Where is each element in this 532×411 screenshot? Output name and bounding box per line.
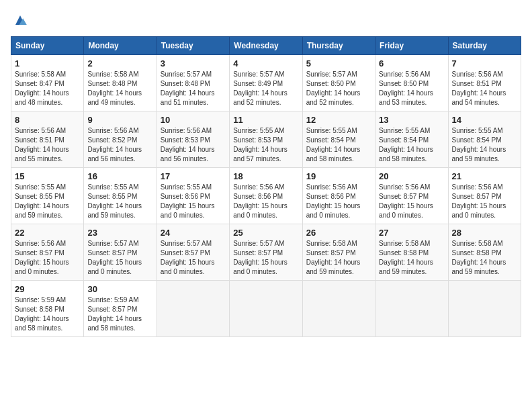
calendar-cell: 25Sunrise: 5:57 AMSunset: 8:57 PMDayligh… bbox=[230, 224, 302, 281]
week-row-5: 29Sunrise: 5:59 AMSunset: 8:58 PMDayligh… bbox=[11, 281, 521, 337]
calendar-cell: 6Sunrise: 5:56 AMSunset: 8:50 PMDaylight… bbox=[375, 55, 448, 111]
calendar-cell: 8Sunrise: 5:56 AMSunset: 8:51 PMDaylight… bbox=[11, 111, 84, 168]
day-info: Sunrise: 5:56 AMSunset: 8:57 PMDaylight:… bbox=[379, 183, 444, 220]
day-info: Sunrise: 5:58 AMSunset: 8:57 PMDaylight:… bbox=[306, 239, 371, 277]
calendar-cell: 28Sunrise: 5:58 AMSunset: 8:58 PMDayligh… bbox=[448, 224, 521, 281]
day-number: 11 bbox=[233, 115, 298, 125]
day-number: 18 bbox=[233, 171, 298, 181]
day-info: Sunrise: 5:57 AMSunset: 8:57 PMDaylight:… bbox=[233, 239, 298, 277]
calendar-cell: 14Sunrise: 5:55 AMSunset: 8:54 PMDayligh… bbox=[448, 111, 521, 168]
day-number: 28 bbox=[452, 228, 517, 238]
day-number: 12 bbox=[306, 115, 371, 125]
col-header-saturday: Saturday bbox=[448, 37, 521, 55]
calendar-cell: 17Sunrise: 5:55 AMSunset: 8:56 PMDayligh… bbox=[157, 168, 229, 224]
day-info: Sunrise: 5:59 AMSunset: 8:58 PMDaylight:… bbox=[15, 295, 80, 333]
day-number: 21 bbox=[452, 171, 517, 181]
day-number: 26 bbox=[306, 228, 371, 238]
day-info: Sunrise: 5:56 AMSunset: 8:53 PMDaylight:… bbox=[161, 126, 226, 164]
calendar-cell: 4Sunrise: 5:57 AMSunset: 8:49 PMDaylight… bbox=[230, 55, 302, 111]
day-info: Sunrise: 5:56 AMSunset: 8:57 PMDaylight:… bbox=[15, 239, 80, 277]
col-header-monday: Monday bbox=[84, 37, 157, 55]
day-info: Sunrise: 5:58 AMSunset: 8:48 PMDaylight:… bbox=[87, 70, 152, 107]
col-header-friday: Friday bbox=[375, 37, 448, 55]
calendar-cell: 11Sunrise: 5:55 AMSunset: 8:53 PMDayligh… bbox=[230, 111, 302, 168]
week-row-1: 1Sunrise: 5:58 AMSunset: 8:47 PMDaylight… bbox=[11, 55, 521, 111]
day-info: Sunrise: 5:56 AMSunset: 8:51 PMDaylight:… bbox=[452, 70, 517, 107]
calendar-table: SundayMondayTuesdayWednesdayThursdayFrid… bbox=[11, 36, 521, 337]
day-number: 6 bbox=[379, 58, 444, 68]
week-row-2: 8Sunrise: 5:56 AMSunset: 8:51 PMDaylight… bbox=[11, 111, 521, 168]
day-info: Sunrise: 5:56 AMSunset: 8:57 PMDaylight:… bbox=[452, 183, 517, 220]
calendar-cell bbox=[375, 281, 448, 337]
week-row-3: 15Sunrise: 5:55 AMSunset: 8:55 PMDayligh… bbox=[11, 168, 521, 224]
calendar-cell: 21Sunrise: 5:56 AMSunset: 8:57 PMDayligh… bbox=[448, 168, 521, 224]
calendar-cell: 20Sunrise: 5:56 AMSunset: 8:57 PMDayligh… bbox=[375, 168, 448, 224]
day-info: Sunrise: 5:55 AMSunset: 8:53 PMDaylight:… bbox=[233, 126, 298, 164]
calendar-cell: 13Sunrise: 5:55 AMSunset: 8:54 PMDayligh… bbox=[375, 111, 448, 168]
day-number: 5 bbox=[306, 58, 371, 68]
day-number: 24 bbox=[161, 228, 226, 238]
day-info: Sunrise: 5:56 AMSunset: 8:51 PMDaylight:… bbox=[15, 126, 80, 164]
day-info: Sunrise: 5:55 AMSunset: 8:55 PMDaylight:… bbox=[15, 183, 80, 220]
calendar-cell: 9Sunrise: 5:56 AMSunset: 8:52 PMDaylight… bbox=[84, 111, 157, 168]
day-info: Sunrise: 5:58 AMSunset: 8:58 PMDaylight:… bbox=[452, 239, 517, 277]
day-number: 15 bbox=[15, 171, 80, 181]
day-info: Sunrise: 5:57 AMSunset: 8:57 PMDaylight:… bbox=[87, 239, 152, 277]
calendar-cell: 7Sunrise: 5:56 AMSunset: 8:51 PMDaylight… bbox=[448, 55, 521, 111]
day-info: Sunrise: 5:55 AMSunset: 8:56 PMDaylight:… bbox=[161, 183, 226, 220]
day-number: 7 bbox=[452, 58, 517, 68]
calendar-cell bbox=[157, 281, 229, 337]
day-info: Sunrise: 5:55 AMSunset: 8:54 PMDaylight:… bbox=[452, 126, 517, 164]
calendar-cell: 1Sunrise: 5:58 AMSunset: 8:47 PMDaylight… bbox=[11, 55, 84, 111]
calendar-cell: 27Sunrise: 5:58 AMSunset: 8:58 PMDayligh… bbox=[375, 224, 448, 281]
day-number: 2 bbox=[87, 58, 152, 68]
day-number: 19 bbox=[306, 171, 371, 181]
day-number: 16 bbox=[87, 171, 152, 181]
logo-icon bbox=[11, 11, 30, 30]
day-info: Sunrise: 5:56 AMSunset: 8:52 PMDaylight:… bbox=[87, 126, 152, 164]
day-number: 25 bbox=[233, 228, 298, 238]
day-number: 13 bbox=[379, 115, 444, 125]
calendar-cell: 26Sunrise: 5:58 AMSunset: 8:57 PMDayligh… bbox=[302, 224, 375, 281]
col-header-wednesday: Wednesday bbox=[230, 37, 302, 55]
day-number: 1 bbox=[15, 58, 80, 68]
day-info: Sunrise: 5:58 AMSunset: 8:47 PMDaylight:… bbox=[15, 70, 80, 107]
col-header-tuesday: Tuesday bbox=[157, 37, 229, 55]
day-info: Sunrise: 5:57 AMSunset: 8:49 PMDaylight:… bbox=[233, 70, 298, 107]
day-number: 23 bbox=[87, 228, 152, 238]
day-info: Sunrise: 5:55 AMSunset: 8:55 PMDaylight:… bbox=[87, 183, 152, 220]
day-info: Sunrise: 5:58 AMSunset: 8:58 PMDaylight:… bbox=[379, 239, 444, 277]
day-info: Sunrise: 5:59 AMSunset: 8:57 PMDaylight:… bbox=[87, 295, 152, 333]
calendar-cell: 3Sunrise: 5:57 AMSunset: 8:48 PMDaylight… bbox=[157, 55, 229, 111]
day-number: 20 bbox=[379, 171, 444, 181]
calendar-header-row: SundayMondayTuesdayWednesdayThursdayFrid… bbox=[11, 37, 521, 55]
calendar-cell: 5Sunrise: 5:57 AMSunset: 8:50 PMDaylight… bbox=[302, 55, 375, 111]
calendar-cell: 30Sunrise: 5:59 AMSunset: 8:57 PMDayligh… bbox=[84, 281, 157, 337]
calendar-cell: 18Sunrise: 5:56 AMSunset: 8:56 PMDayligh… bbox=[230, 168, 302, 224]
day-number: 27 bbox=[379, 228, 444, 238]
day-number: 8 bbox=[15, 115, 80, 125]
calendar-cell: 23Sunrise: 5:57 AMSunset: 8:57 PMDayligh… bbox=[84, 224, 157, 281]
calendar-cell: 22Sunrise: 5:56 AMSunset: 8:57 PMDayligh… bbox=[11, 224, 84, 281]
day-number: 29 bbox=[15, 284, 80, 294]
day-info: Sunrise: 5:55 AMSunset: 8:54 PMDaylight:… bbox=[306, 126, 371, 164]
calendar-cell: 10Sunrise: 5:56 AMSunset: 8:53 PMDayligh… bbox=[157, 111, 229, 168]
day-info: Sunrise: 5:56 AMSunset: 8:56 PMDaylight:… bbox=[233, 183, 298, 220]
calendar-cell bbox=[448, 281, 521, 337]
day-info: Sunrise: 5:57 AMSunset: 8:50 PMDaylight:… bbox=[306, 70, 371, 107]
calendar-cell: 16Sunrise: 5:55 AMSunset: 8:55 PMDayligh… bbox=[84, 168, 157, 224]
col-header-thursday: Thursday bbox=[302, 37, 375, 55]
col-header-sunday: Sunday bbox=[11, 37, 84, 55]
header bbox=[11, 11, 521, 30]
day-number: 3 bbox=[161, 58, 226, 68]
day-number: 22 bbox=[15, 228, 80, 238]
day-info: Sunrise: 5:57 AMSunset: 8:48 PMDaylight:… bbox=[161, 70, 226, 107]
day-info: Sunrise: 5:56 AMSunset: 8:56 PMDaylight:… bbox=[306, 183, 371, 220]
calendar-cell: 29Sunrise: 5:59 AMSunset: 8:58 PMDayligh… bbox=[11, 281, 84, 337]
calendar-cell: 2Sunrise: 5:58 AMSunset: 8:48 PMDaylight… bbox=[84, 55, 157, 111]
logo bbox=[11, 11, 32, 30]
day-number: 4 bbox=[233, 58, 298, 68]
calendar-cell: 19Sunrise: 5:56 AMSunset: 8:56 PMDayligh… bbox=[302, 168, 375, 224]
day-info: Sunrise: 5:57 AMSunset: 8:57 PMDaylight:… bbox=[161, 239, 226, 277]
day-number: 30 bbox=[87, 284, 152, 294]
